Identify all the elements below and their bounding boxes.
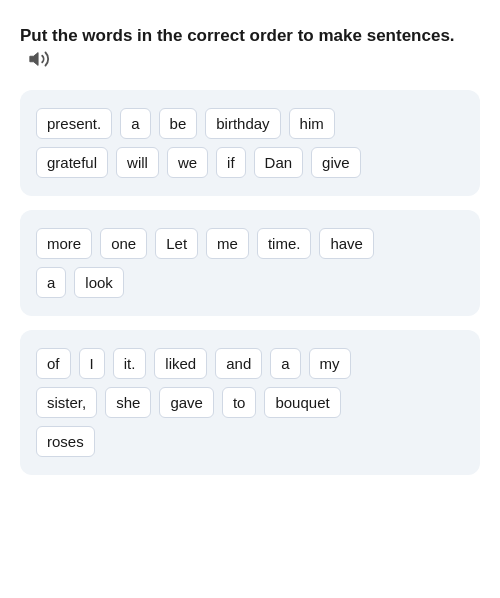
svg-marker-0 <box>30 52 38 65</box>
word-tile[interactable]: and <box>215 348 262 379</box>
word-tile[interactable]: we <box>167 147 208 178</box>
word-tile[interactable]: a <box>270 348 300 379</box>
word-tile[interactable]: more <box>36 228 92 259</box>
word-row-2-2: alook <box>36 267 464 298</box>
word-tile[interactable]: I <box>79 348 105 379</box>
word-tile[interactable]: one <box>100 228 147 259</box>
word-tile[interactable]: if <box>216 147 246 178</box>
word-tile[interactable]: it. <box>113 348 147 379</box>
word-tile[interactable]: give <box>311 147 361 178</box>
word-tile[interactable]: gave <box>159 387 214 418</box>
word-tile[interactable]: to <box>222 387 257 418</box>
word-row-1-2: gratefulwillweifDangive <box>36 147 464 178</box>
word-tile[interactable]: will <box>116 147 159 178</box>
word-tile[interactable]: be <box>159 108 198 139</box>
word-tile[interactable]: bouquet <box>264 387 340 418</box>
word-tile[interactable]: sister, <box>36 387 97 418</box>
word-row-3-1: ofIit.likedandamy <box>36 348 464 379</box>
word-tile[interactable]: have <box>319 228 374 259</box>
header: Put the words in the correct order to ma… <box>20 24 480 70</box>
word-tile[interactable]: she <box>105 387 151 418</box>
word-tile[interactable]: birthday <box>205 108 280 139</box>
word-tile[interactable]: liked <box>154 348 207 379</box>
word-tile[interactable]: present. <box>36 108 112 139</box>
word-tile[interactable]: look <box>74 267 124 298</box>
sentence-box-2: moreoneLetmetime.havealook <box>20 210 480 316</box>
word-tile[interactable]: a <box>36 267 66 298</box>
word-tile[interactable]: him <box>289 108 335 139</box>
word-tile[interactable]: Let <box>155 228 198 259</box>
word-tile[interactable]: roses <box>36 426 95 457</box>
speaker-icon[interactable] <box>28 48 50 70</box>
word-tile[interactable]: time. <box>257 228 312 259</box>
instruction-text: Put the words in the correct order to ma… <box>20 26 455 45</box>
word-row-1-1: present.abebirthdayhim <box>36 108 464 139</box>
sentence-box-3: ofIit.likedandamysister,shegavetobouquet… <box>20 330 480 475</box>
word-tile[interactable]: grateful <box>36 147 108 178</box>
sentence-box-1: present.abebirthdayhimgratefulwillweifDa… <box>20 90 480 196</box>
word-tile[interactable]: me <box>206 228 249 259</box>
word-row-3-3: roses <box>36 426 464 457</box>
word-tile[interactable]: a <box>120 108 150 139</box>
sentences-container: present.abebirthdayhimgratefulwillweifDa… <box>20 90 480 475</box>
word-tile[interactable]: my <box>309 348 351 379</box>
word-row-2-1: moreoneLetmetime.have <box>36 228 464 259</box>
word-tile[interactable]: Dan <box>254 147 304 178</box>
word-tile[interactable]: of <box>36 348 71 379</box>
word-row-3-2: sister,shegavetobouquet <box>36 387 464 418</box>
